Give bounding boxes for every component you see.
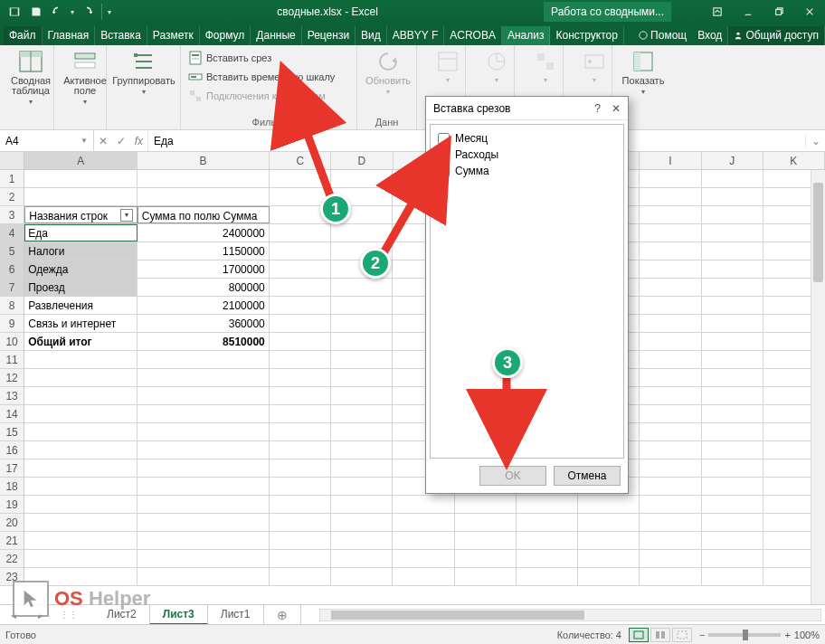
cell[interactable] [640,297,701,314]
cell[interactable] [517,568,578,585]
new-sheet-button[interactable]: ⊕ [264,605,301,625]
cell[interactable] [24,369,138,386]
cell[interactable] [331,387,393,404]
cell[interactable] [578,514,640,531]
login-button[interactable]: Вход [692,26,728,45]
cell[interactable] [331,423,393,440]
cell[interactable] [702,459,763,477]
refresh-button[interactable]: Обновить▾ [363,49,413,96]
cell[interactable] [331,532,393,549]
cell[interactable] [138,351,270,368]
cell[interactable] [640,550,701,567]
row-header[interactable]: 16 [0,441,24,459]
insert-slicer-button[interactable]: Вставить срез [186,49,351,67]
help-button[interactable]: Помощ [633,26,692,45]
cell[interactable] [331,441,393,459]
zoom-slider[interactable] [708,633,781,637]
cell[interactable] [138,423,270,440]
cell[interactable] [270,369,331,386]
cell[interactable] [270,441,331,459]
cell[interactable] [455,550,517,567]
cell[interactable] [331,405,393,422]
cell[interactable] [24,459,138,477]
cell[interactable] [331,188,393,205]
cell[interactable] [331,242,393,260]
save-button[interactable] [27,3,45,21]
select-all-corner[interactable] [0,152,24,169]
tab-design[interactable]: Конструктор [550,26,623,45]
tab-abbyy[interactable]: ABBYY F [387,26,444,45]
cell[interactable] [640,514,701,531]
fx-icon[interactable]: fx [135,135,143,147]
cell[interactable] [578,532,640,549]
cell[interactable] [270,478,331,495]
row-header[interactable]: 2 [0,188,24,205]
ribbon-btn-3[interactable]: ▾ [520,49,571,84]
cell[interactable] [640,170,701,187]
spreadsheet-grid[interactable]: ABCDEFGHIJK 123Названия строкСумма по по… [0,152,825,604]
cell[interactable]: Проезд [24,279,138,296]
tab-layout[interactable]: Разметк [147,26,200,45]
row-header[interactable]: 19 [0,496,24,513]
cell[interactable]: 8510000 [138,333,270,350]
cell[interactable] [702,297,763,314]
cell[interactable] [455,532,517,549]
cell[interactable]: Общий итог [24,333,138,350]
view-pagebreak-icon[interactable] [672,628,692,642]
col-header-I[interactable]: I [640,152,701,169]
pivot-table-button[interactable]: Сводная таблица▾ [5,49,56,106]
col-header-J[interactable]: J [702,152,763,169]
cell[interactable] [24,478,138,495]
cell[interactable] [24,170,138,187]
cell[interactable] [24,550,138,567]
cell[interactable] [640,441,701,459]
insert-timeline-button[interactable]: Вставить временную шкалу [186,68,351,86]
tab-insert[interactable]: Вставка [95,26,147,45]
view-normal-icon[interactable] [629,628,649,642]
cell[interactable]: Налоги [24,242,138,260]
row-header[interactable]: 10 [0,333,24,350]
row-header[interactable]: 8 [0,297,24,314]
dialog-help-icon[interactable]: ? [594,102,601,115]
cell[interactable]: 800000 [138,279,270,296]
slicer-field-checkbox[interactable] [438,133,450,145]
view-layout-icon[interactable] [650,628,670,642]
cell[interactable] [702,279,763,296]
cell[interactable]: Одежда [24,260,138,278]
slicer-field-row[interactable]: Расходы [436,147,618,163]
cell[interactable] [702,568,763,585]
cell[interactable] [138,387,270,404]
cell[interactable] [455,496,517,513]
cell[interactable] [393,550,454,567]
cell[interactable]: 2100000 [138,297,270,314]
cell[interactable] [640,279,701,296]
cell[interactable] [138,532,270,549]
cell[interactable] [640,242,701,260]
cell[interactable] [702,514,763,531]
sheet-tab[interactable]: Лист1 [208,605,264,625]
cell[interactable] [138,170,270,187]
cell[interactable] [578,550,640,567]
dialog-close-icon[interactable]: ✕ [612,102,621,115]
col-header-A[interactable]: A [24,152,138,169]
cell[interactable] [24,405,138,422]
cell[interactable]: Развлечения [24,297,138,314]
cell[interactable] [702,496,763,513]
cell[interactable] [331,224,393,242]
cell[interactable] [270,496,331,513]
cell[interactable] [270,532,331,549]
cell[interactable] [517,550,578,567]
col-header-D[interactable]: D [331,152,393,169]
row-header[interactable]: 9 [0,315,24,332]
tab-formulas[interactable]: Формул [200,26,251,45]
cell[interactable] [702,242,763,260]
sheet-tab[interactable]: Лист3 [150,605,208,625]
cell[interactable] [702,170,763,187]
cell[interactable] [24,387,138,404]
cell[interactable] [270,459,331,477]
cell[interactable] [331,478,393,495]
cell[interactable] [640,478,701,495]
cell[interactable] [331,260,393,278]
slicer-field-checkbox[interactable] [438,149,450,161]
row-header[interactable]: 17 [0,459,24,477]
